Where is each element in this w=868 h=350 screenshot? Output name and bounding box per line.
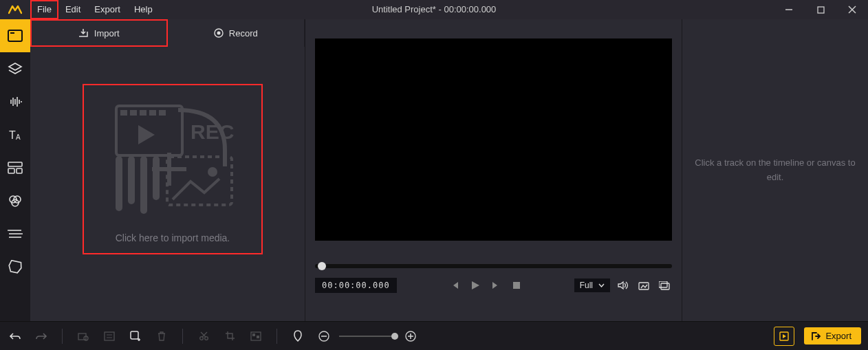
- render-button[interactable]: [774, 327, 794, 346]
- svg-rect-30: [149, 110, 156, 116]
- svg-rect-50: [131, 331, 138, 339]
- svg-rect-41: [513, 282, 520, 289]
- svg-point-25: [217, 32, 220, 35]
- import-drop-zone[interactable]: REC Click here to import: [84, 85, 261, 253]
- divider: [62, 329, 63, 344]
- tool-audio[interactable]: [0, 85, 30, 118]
- svg-rect-28: [130, 110, 137, 116]
- preview-size-select[interactable]: Full: [574, 278, 610, 292]
- export-button[interactable]: Export: [804, 327, 861, 344]
- svg-rect-43: [661, 283, 669, 289]
- tool-text[interactable]: TA: [0, 118, 30, 151]
- media-panel: Import Record: [30, 19, 305, 321]
- chevron-down-icon: [598, 283, 605, 287]
- playhead-scrubber[interactable]: [315, 264, 672, 268]
- svg-point-53: [199, 337, 203, 340]
- svg-rect-1: [818, 7, 824, 13]
- properties-panel: Click a track on the timeline or canvas …: [682, 19, 868, 321]
- menu-export[interactable]: Export: [87, 0, 127, 19]
- svg-rect-29: [140, 110, 147, 116]
- svg-rect-47: [105, 332, 114, 340]
- menu-edit[interactable]: Edit: [58, 0, 87, 19]
- minimize-button[interactable]: [773, 0, 805, 19]
- tool-filters[interactable]: [0, 184, 30, 217]
- zoom-control: [316, 328, 419, 344]
- media-tabs: Import Record: [30, 19, 305, 47]
- close-button[interactable]: [836, 0, 868, 19]
- fullscreen-button[interactable]: [657, 278, 672, 293]
- import-icon: [78, 28, 89, 38]
- title-bar: File Edit Export Help Untitled Project* …: [0, 0, 868, 19]
- tool-media[interactable]: [0, 19, 30, 52]
- crop-button[interactable]: [221, 328, 238, 344]
- player-controls: 00:00:00.000 Full: [315, 276, 672, 294]
- svg-rect-33: [167, 157, 232, 205]
- svg-rect-5: [10, 32, 14, 34]
- import-tab[interactable]: Import: [30, 19, 168, 47]
- svg-rect-59: [257, 336, 259, 338]
- svg-text:A: A: [16, 133, 21, 141]
- tool-split-screen[interactable]: [0, 151, 30, 184]
- mosaic-button[interactable]: [248, 328, 264, 344]
- svg-rect-58: [252, 333, 255, 336]
- snapshot-button[interactable]: [636, 278, 651, 293]
- svg-rect-31: [159, 110, 166, 116]
- tool-elements[interactable]: [0, 250, 30, 283]
- delete-button[interactable]: [153, 328, 170, 344]
- record-icon: [214, 28, 224, 38]
- stop-button[interactable]: [509, 278, 524, 293]
- record-tab-label: Record: [229, 28, 258, 39]
- tool-transitions[interactable]: [0, 217, 30, 250]
- player-timecode: 00:00:00.000: [315, 278, 397, 293]
- dropzone-art-icon: REC: [84, 85, 261, 232]
- svg-rect-15: [8, 162, 22, 166]
- window-controls: [773, 0, 868, 19]
- svg-rect-17: [17, 168, 22, 173]
- export-button-label: Export: [825, 331, 851, 341]
- media-body: REC Click here to import: [30, 47, 305, 321]
- maximize-button[interactable]: [805, 0, 836, 19]
- preview-size-label: Full: [580, 281, 593, 290]
- zoom-in-button[interactable]: [402, 328, 419, 344]
- cut-button[interactable]: [195, 328, 212, 344]
- app-logo-icon: [0, 0, 30, 19]
- svg-text:REC: REC: [191, 120, 234, 143]
- record-tab[interactable]: Record: [168, 19, 305, 47]
- properties-hint-text: Click a track on the timeline or canvas …: [692, 156, 858, 185]
- preview-viewport[interactable]: [315, 39, 672, 241]
- add-clip-icon[interactable]: [127, 328, 144, 344]
- svg-point-54: [204, 337, 208, 340]
- zoom-out-button[interactable]: [316, 328, 332, 344]
- prev-frame-button[interactable]: [447, 278, 462, 293]
- bottom-toolbar: Export: [0, 321, 868, 350]
- zoom-in-clip-icon[interactable]: [75, 328, 91, 344]
- dropzone-hint-text: Click here to import media.: [116, 232, 230, 243]
- svg-rect-44: [659, 281, 667, 287]
- redo-button[interactable]: [33, 328, 50, 344]
- import-tab-label: Import: [94, 28, 120, 39]
- play-button[interactable]: [468, 278, 483, 293]
- tool-strip: TA: [0, 19, 30, 321]
- divider: [276, 329, 277, 344]
- main-area: TA Import Record: [0, 19, 868, 321]
- zoom-slider[interactable]: [339, 336, 395, 337]
- volume-button[interactable]: [616, 278, 631, 293]
- edit-clip-icon[interactable]: [101, 328, 118, 344]
- svg-rect-16: [8, 168, 14, 173]
- menu-bar: File Edit Export Help: [30, 0, 160, 19]
- undo-button[interactable]: [7, 328, 23, 344]
- divider: [182, 329, 183, 344]
- marker-button[interactable]: [290, 328, 306, 344]
- preview-panel: 00:00:00.000 Full: [305, 19, 682, 321]
- svg-rect-27: [120, 110, 127, 116]
- next-frame-button[interactable]: [488, 278, 503, 293]
- export-icon: [811, 331, 821, 341]
- svg-text:T: T: [9, 129, 16, 141]
- menu-help[interactable]: Help: [127, 0, 160, 19]
- tool-layers[interactable]: [0, 52, 30, 85]
- menu-file[interactable]: File: [30, 0, 58, 19]
- svg-rect-4: [8, 30, 22, 41]
- svg-point-34: [208, 167, 217, 177]
